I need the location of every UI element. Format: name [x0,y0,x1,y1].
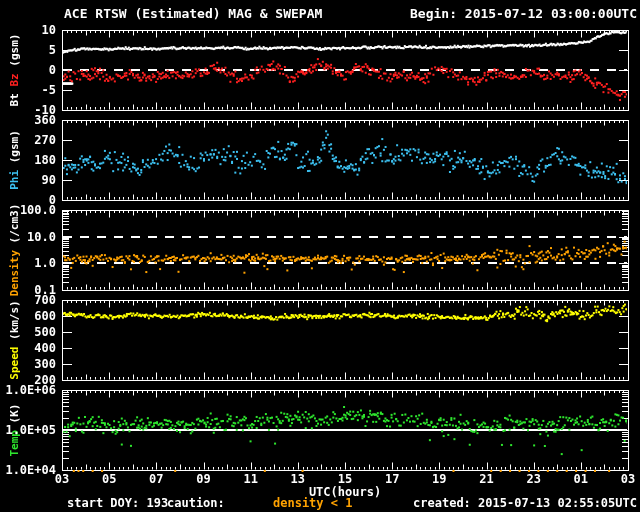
y-tick-label-mag: 10 [0,23,56,37]
y-tick-label-speed: 300 [0,357,56,371]
y-tick-label-mag: 0 [0,63,56,77]
caution-value: density < 1 [273,496,352,510]
y-tick-label-density: 10.0 [0,230,56,244]
y-axis-title-part: (km/s) [8,300,21,346]
x-tick-label: 15 [338,472,352,486]
x-tick-label: 21 [479,472,493,486]
y-tick-label-density: 100.0 [0,203,56,217]
y-tick-label-speed: 700 [0,293,56,307]
x-tick-label: 07 [149,472,163,486]
y-tick-label-temp: 1.0E+05 [0,423,56,437]
x-tick-label: 03 [55,472,69,486]
y-tick-label-temp: 1.0E+06 [0,383,56,397]
y-tick-label-phi: 360 [0,113,56,127]
y-tick-label-speed: 500 [0,325,56,339]
begin-timestamp: Begin: 2015-07-12 03:00:00UTC [410,6,637,21]
x-tick-label: 23 [526,472,540,486]
x-tick-label: 05 [102,472,116,486]
start-doy-label: start DOY: 193 [67,496,168,510]
y-tick-label-temp: 1.0E+04 [0,463,56,477]
x-tick-label: 11 [243,472,257,486]
y-tick-label-phi: 270 [0,133,56,147]
x-tick-label: 19 [432,472,446,486]
y-tick-label-density: 1.0 [0,256,56,270]
x-tick-label: 13 [291,472,305,486]
x-tick-label: 17 [385,472,399,486]
y-tick-label-mag: -5 [0,83,56,97]
created-timestamp: created: 2015-07-13 02:55:05UTC [413,496,637,510]
y-tick-label-mag: 5 [0,43,56,57]
x-tick-label: 03 [621,472,635,486]
ace-rtsw-plot-window: ACE RTSW (Estimated) MAG & SWEPAM Begin:… [0,0,640,512]
y-tick-label-speed: 600 [0,309,56,323]
caution-label: caution: [167,496,225,510]
y-tick-label-speed: 400 [0,341,56,355]
y-tick-label-phi: 90 [0,173,56,187]
y-tick-label-phi: 180 [0,153,56,167]
x-tick-label: 09 [196,472,210,486]
x-tick-label: 01 [574,472,588,486]
plot-title: ACE RTSW (Estimated) MAG & SWEPAM [64,6,322,21]
plot-canvas [0,0,640,512]
